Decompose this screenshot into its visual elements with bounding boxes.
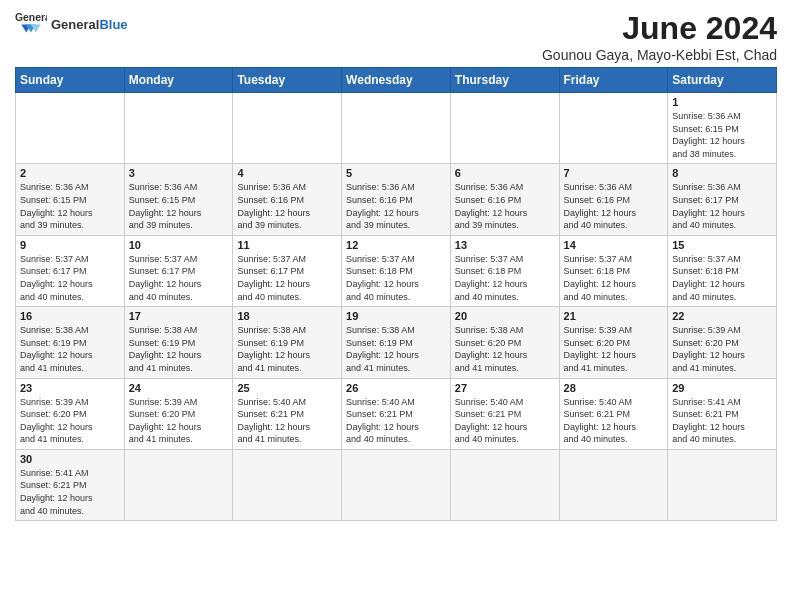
location-subtitle: Gounou Gaya, Mayo-Kebbi Est, Chad bbox=[542, 47, 777, 63]
day-info: Sunrise: 5:37 AM Sunset: 6:18 PM Dayligh… bbox=[455, 253, 555, 303]
calendar-day-cell: 9Sunrise: 5:37 AM Sunset: 6:17 PM Daylig… bbox=[16, 235, 125, 306]
day-info: Sunrise: 5:37 AM Sunset: 6:17 PM Dayligh… bbox=[129, 253, 229, 303]
day-info: Sunrise: 5:36 AM Sunset: 6:16 PM Dayligh… bbox=[455, 181, 555, 231]
day-number: 29 bbox=[672, 382, 772, 394]
day-number: 12 bbox=[346, 239, 446, 251]
day-info: Sunrise: 5:38 AM Sunset: 6:19 PM Dayligh… bbox=[129, 324, 229, 374]
calendar-header-tuesday: Tuesday bbox=[233, 68, 342, 93]
day-info: Sunrise: 5:36 AM Sunset: 6:16 PM Dayligh… bbox=[346, 181, 446, 231]
calendar-header-wednesday: Wednesday bbox=[342, 68, 451, 93]
calendar-day-cell bbox=[233, 449, 342, 520]
calendar-day-cell: 18Sunrise: 5:38 AM Sunset: 6:19 PM Dayli… bbox=[233, 307, 342, 378]
calendar-day-cell bbox=[233, 93, 342, 164]
day-info: Sunrise: 5:41 AM Sunset: 6:21 PM Dayligh… bbox=[20, 467, 120, 517]
day-info: Sunrise: 5:36 AM Sunset: 6:16 PM Dayligh… bbox=[237, 181, 337, 231]
calendar-day-cell bbox=[559, 449, 668, 520]
calendar-day-cell: 21Sunrise: 5:39 AM Sunset: 6:20 PM Dayli… bbox=[559, 307, 668, 378]
calendar-day-cell: 5Sunrise: 5:36 AM Sunset: 6:16 PM Daylig… bbox=[342, 164, 451, 235]
calendar-day-cell: 26Sunrise: 5:40 AM Sunset: 6:21 PM Dayli… bbox=[342, 378, 451, 449]
day-info: Sunrise: 5:36 AM Sunset: 6:15 PM Dayligh… bbox=[20, 181, 120, 231]
calendar-day-cell bbox=[668, 449, 777, 520]
calendar-day-cell: 14Sunrise: 5:37 AM Sunset: 6:18 PM Dayli… bbox=[559, 235, 668, 306]
day-number: 28 bbox=[564, 382, 664, 394]
calendar-day-cell: 30Sunrise: 5:41 AM Sunset: 6:21 PM Dayli… bbox=[16, 449, 125, 520]
day-number: 20 bbox=[455, 310, 555, 322]
day-number: 30 bbox=[20, 453, 120, 465]
calendar-day-cell: 15Sunrise: 5:37 AM Sunset: 6:18 PM Dayli… bbox=[668, 235, 777, 306]
day-number: 11 bbox=[237, 239, 337, 251]
day-number: 27 bbox=[455, 382, 555, 394]
day-number: 10 bbox=[129, 239, 229, 251]
day-number: 3 bbox=[129, 167, 229, 179]
calendar-day-cell bbox=[124, 93, 233, 164]
calendar-header-monday: Monday bbox=[124, 68, 233, 93]
calendar-day-cell bbox=[16, 93, 125, 164]
logo: General GeneralBlue bbox=[15, 10, 128, 38]
calendar-day-cell: 7Sunrise: 5:36 AM Sunset: 6:16 PM Daylig… bbox=[559, 164, 668, 235]
calendar-header-thursday: Thursday bbox=[450, 68, 559, 93]
calendar-day-cell bbox=[342, 449, 451, 520]
day-number: 15 bbox=[672, 239, 772, 251]
calendar-day-cell: 25Sunrise: 5:40 AM Sunset: 6:21 PM Dayli… bbox=[233, 378, 342, 449]
day-info: Sunrise: 5:37 AM Sunset: 6:17 PM Dayligh… bbox=[237, 253, 337, 303]
calendar-day-cell: 8Sunrise: 5:36 AM Sunset: 6:17 PM Daylig… bbox=[668, 164, 777, 235]
day-info: Sunrise: 5:38 AM Sunset: 6:19 PM Dayligh… bbox=[237, 324, 337, 374]
day-number: 8 bbox=[672, 167, 772, 179]
day-number: 18 bbox=[237, 310, 337, 322]
day-info: Sunrise: 5:39 AM Sunset: 6:20 PM Dayligh… bbox=[672, 324, 772, 374]
month-year-title: June 2024 bbox=[542, 10, 777, 47]
day-info: Sunrise: 5:39 AM Sunset: 6:20 PM Dayligh… bbox=[129, 396, 229, 446]
calendar-day-cell: 13Sunrise: 5:37 AM Sunset: 6:18 PM Dayli… bbox=[450, 235, 559, 306]
day-info: Sunrise: 5:41 AM Sunset: 6:21 PM Dayligh… bbox=[672, 396, 772, 446]
calendar-day-cell: 6Sunrise: 5:36 AM Sunset: 6:16 PM Daylig… bbox=[450, 164, 559, 235]
day-number: 25 bbox=[237, 382, 337, 394]
calendar-day-cell: 11Sunrise: 5:37 AM Sunset: 6:17 PM Dayli… bbox=[233, 235, 342, 306]
title-block: June 2024 Gounou Gaya, Mayo-Kebbi Est, C… bbox=[542, 10, 777, 63]
day-number: 7 bbox=[564, 167, 664, 179]
calendar-week-row: 30Sunrise: 5:41 AM Sunset: 6:21 PM Dayli… bbox=[16, 449, 777, 520]
day-info: Sunrise: 5:38 AM Sunset: 6:19 PM Dayligh… bbox=[346, 324, 446, 374]
day-info: Sunrise: 5:39 AM Sunset: 6:20 PM Dayligh… bbox=[20, 396, 120, 446]
day-info: Sunrise: 5:37 AM Sunset: 6:17 PM Dayligh… bbox=[20, 253, 120, 303]
day-info: Sunrise: 5:37 AM Sunset: 6:18 PM Dayligh… bbox=[564, 253, 664, 303]
calendar-day-cell: 3Sunrise: 5:36 AM Sunset: 6:15 PM Daylig… bbox=[124, 164, 233, 235]
svg-text:General: General bbox=[15, 12, 47, 23]
day-info: Sunrise: 5:40 AM Sunset: 6:21 PM Dayligh… bbox=[346, 396, 446, 446]
calendar-day-cell: 23Sunrise: 5:39 AM Sunset: 6:20 PM Dayli… bbox=[16, 378, 125, 449]
calendar-day-cell: 1Sunrise: 5:36 AM Sunset: 6:15 PM Daylig… bbox=[668, 93, 777, 164]
calendar-day-cell: 24Sunrise: 5:39 AM Sunset: 6:20 PM Dayli… bbox=[124, 378, 233, 449]
day-number: 5 bbox=[346, 167, 446, 179]
calendar-day-cell: 12Sunrise: 5:37 AM Sunset: 6:18 PM Dayli… bbox=[342, 235, 451, 306]
day-number: 19 bbox=[346, 310, 446, 322]
generalblue-logo-icon: General bbox=[15, 10, 47, 38]
calendar-header-saturday: Saturday bbox=[668, 68, 777, 93]
calendar-day-cell: 2Sunrise: 5:36 AM Sunset: 6:15 PM Daylig… bbox=[16, 164, 125, 235]
day-info: Sunrise: 5:38 AM Sunset: 6:20 PM Dayligh… bbox=[455, 324, 555, 374]
day-number: 22 bbox=[672, 310, 772, 322]
day-info: Sunrise: 5:39 AM Sunset: 6:20 PM Dayligh… bbox=[564, 324, 664, 374]
calendar-day-cell: 27Sunrise: 5:40 AM Sunset: 6:21 PM Dayli… bbox=[450, 378, 559, 449]
day-number: 16 bbox=[20, 310, 120, 322]
day-number: 2 bbox=[20, 167, 120, 179]
day-number: 9 bbox=[20, 239, 120, 251]
day-info: Sunrise: 5:36 AM Sunset: 6:15 PM Dayligh… bbox=[129, 181, 229, 231]
calendar-day-cell: 29Sunrise: 5:41 AM Sunset: 6:21 PM Dayli… bbox=[668, 378, 777, 449]
day-number: 23 bbox=[20, 382, 120, 394]
calendar-day-cell: 19Sunrise: 5:38 AM Sunset: 6:19 PM Dayli… bbox=[342, 307, 451, 378]
page-header: General GeneralBlue June 2024 Gounou Gay… bbox=[15, 10, 777, 63]
calendar-day-cell bbox=[450, 449, 559, 520]
calendar-day-cell: 4Sunrise: 5:36 AM Sunset: 6:16 PM Daylig… bbox=[233, 164, 342, 235]
day-number: 13 bbox=[455, 239, 555, 251]
calendar-day-cell: 16Sunrise: 5:38 AM Sunset: 6:19 PM Dayli… bbox=[16, 307, 125, 378]
calendar-day-cell bbox=[124, 449, 233, 520]
calendar-table: SundayMondayTuesdayWednesdayThursdayFrid… bbox=[15, 67, 777, 521]
day-number: 26 bbox=[346, 382, 446, 394]
day-info: Sunrise: 5:36 AM Sunset: 6:17 PM Dayligh… bbox=[672, 181, 772, 231]
calendar-week-row: 23Sunrise: 5:39 AM Sunset: 6:20 PM Dayli… bbox=[16, 378, 777, 449]
calendar-day-cell bbox=[559, 93, 668, 164]
day-info: Sunrise: 5:36 AM Sunset: 6:15 PM Dayligh… bbox=[672, 110, 772, 160]
day-info: Sunrise: 5:40 AM Sunset: 6:21 PM Dayligh… bbox=[564, 396, 664, 446]
day-number: 24 bbox=[129, 382, 229, 394]
calendar-day-cell: 28Sunrise: 5:40 AM Sunset: 6:21 PM Dayli… bbox=[559, 378, 668, 449]
calendar-week-row: 2Sunrise: 5:36 AM Sunset: 6:15 PM Daylig… bbox=[16, 164, 777, 235]
